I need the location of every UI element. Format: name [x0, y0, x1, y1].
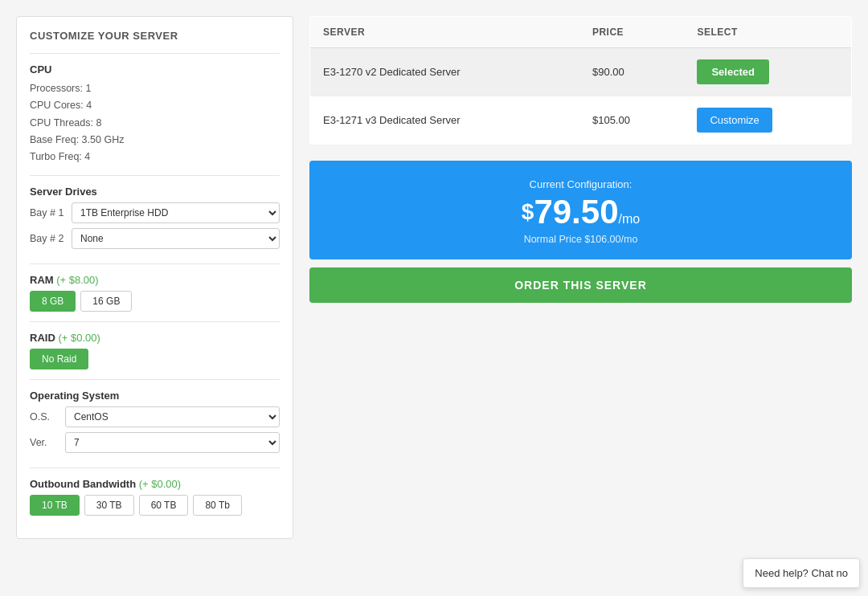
bay1-row: Bay # 1 1TB Enterprise HDD 2TB Enterpris…: [30, 202, 280, 223]
cpu-section-title: CPU: [30, 63, 280, 76]
cpu-spec-0: Processors: 1: [30, 80, 280, 97]
server-price-1: $105.00: [579, 96, 685, 145]
bay2-row: Bay # 2 None 1TB Enterprise HDD 2TB Ente…: [30, 228, 280, 249]
bandwidth-addon-price: (+ $0.00): [139, 478, 181, 490]
cpu-specs: Processors: 1 CPU Cores: 4 CPU Threads: …: [30, 80, 280, 165]
server-select-1: Customize: [684, 96, 851, 145]
os-section: Operating System O.S. CentOS Ubuntu Debi…: [30, 379, 280, 467]
panel-title: CUSTOMIZE YOUR SERVER: [30, 30, 280, 42]
cpu-spec-1: CPU Cores: 4: [30, 97, 280, 114]
table-row: E3-1270 v2 Dedicated Server $90.00 Selec…: [310, 48, 852, 96]
raid-title: RAID (+ $0.00): [30, 332, 280, 344]
bay1-label: Bay # 1: [30, 207, 65, 218]
raid-options: No Raid: [30, 349, 280, 369]
config-box: Current Configuration: $79.50/mo Normal …: [309, 161, 852, 259]
bandwidth-option-80tb[interactable]: 80 Tb: [193, 495, 241, 516]
bandwidth-section: Outbound Bandwidth (+ $0.00) 10 TB 30 TB…: [30, 467, 280, 525]
server-table: SERVER PRICE SELECT E3-1270 v2 Dedicated…: [309, 16, 852, 145]
os-select[interactable]: CentOS Ubuntu Debian Windows: [65, 406, 280, 427]
bandwidth-option-10tb[interactable]: 10 TB: [30, 495, 80, 516]
raid-option-noraid[interactable]: No Raid: [30, 349, 88, 369]
ram-section: RAM (+ $8.00) 8 GB 16 GB: [30, 263, 280, 321]
ver-select[interactable]: 7 6 5: [65, 432, 280, 453]
col-server: SERVER: [310, 17, 579, 48]
server-select-0: Selected: [684, 48, 851, 96]
bandwidth-option-60tb[interactable]: 60 TB: [139, 495, 189, 516]
selected-button[interactable]: Selected: [697, 59, 768, 84]
order-button[interactable]: ORDER THIS SERVER: [309, 267, 852, 303]
raid-section: RAID (+ $0.00) No Raid: [30, 321, 280, 379]
bandwidth-title: Outbound Bandwidth (+ $0.00): [30, 478, 280, 490]
os-label: O.S.: [30, 411, 59, 423]
ram-option-8gb[interactable]: 8 GB: [30, 291, 76, 312]
bay2-label: Bay # 2: [30, 233, 65, 244]
cpu-section: CPU Processors: 1 CPU Cores: 4 CPU Threa…: [30, 53, 280, 175]
os-row: O.S. CentOS Ubuntu Debian Windows: [30, 406, 280, 427]
bay1-select[interactable]: 1TB Enterprise HDD 2TB Enterprise HDD 50…: [72, 202, 280, 223]
server-drives-title: Server Drives: [30, 186, 280, 198]
os-title: Operating System: [30, 390, 280, 402]
server-drives-section: Server Drives Bay # 1 1TB Enterprise HDD…: [30, 175, 280, 263]
ram-addon-price: (+ $8.00): [56, 274, 98, 286]
server-name-0: E3-1270 v2 Dedicated Server: [310, 48, 579, 96]
price-main: 79.50: [534, 193, 618, 231]
ram-title: RAM (+ $8.00): [30, 274, 280, 286]
raid-addon-price: (+ $0.00): [58, 332, 100, 344]
col-select: SELECT: [684, 17, 851, 48]
cpu-spec-2: CPU Threads: 8: [30, 115, 280, 132]
table-row: E3-1271 v3 Dedicated Server $105.00 Cust…: [310, 96, 852, 145]
dollar-sign: $: [522, 200, 534, 225]
config-label: Current Configuration:: [326, 178, 836, 190]
ver-label: Ver.: [30, 437, 59, 448]
server-selection-panel: SERVER PRICE SELECT E3-1270 v2 Dedicated…: [293, 16, 852, 539]
config-price: $79.50/mo: [326, 194, 836, 231]
bandwidth-option-30tb[interactable]: 30 TB: [84, 495, 134, 516]
ram-options: 8 GB 16 GB: [30, 291, 280, 312]
cpu-spec-3: Base Freq: 3.50 GHz: [30, 132, 280, 149]
server-name-1: E3-1271 v3 Dedicated Server: [310, 96, 579, 145]
bay2-select[interactable]: None 1TB Enterprise HDD 2TB Enterprise H…: [72, 228, 280, 249]
server-price-0: $90.00: [579, 48, 685, 96]
ver-row: Ver. 7 6 5: [30, 432, 280, 453]
ram-option-16gb[interactable]: 16 GB: [80, 291, 132, 312]
customize-panel: CUSTOMIZE YOUR SERVER CPU Processors: 1 …: [16, 16, 293, 539]
bandwidth-options: 10 TB 30 TB 60 TB 80 Tb: [30, 495, 280, 516]
per-mo: /mo: [619, 212, 641, 226]
cpu-spec-4: Turbo Freq: 4: [30, 149, 280, 165]
col-price: PRICE: [579, 17, 685, 48]
normal-price: Normal Price $106.00/mo: [326, 234, 836, 245]
customize-button[interactable]: Customize: [697, 108, 772, 133]
